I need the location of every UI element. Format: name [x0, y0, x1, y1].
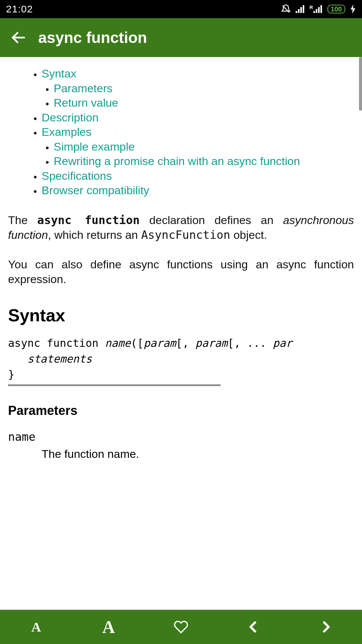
toc-item: Specifications [42, 169, 354, 183]
toc-item: Simple example [54, 140, 354, 154]
toc-link-rewriting-promise[interactable]: Rewriting a promise chain with an async … [54, 155, 300, 167]
svg-rect-7 [320, 5, 322, 13]
param-name-term: name [8, 430, 354, 443]
param-name-desc: The function name. [42, 447, 354, 461]
signal-icon [296, 5, 305, 13]
font-decrease-button[interactable]: A [0, 610, 72, 644]
toc-link-examples[interactable]: Examples [42, 125, 92, 138]
toc-item: Parameters [54, 81, 354, 96]
app-bar: async function [0, 18, 362, 57]
svg-rect-4 [313, 11, 315, 13]
dnd-icon [281, 4, 291, 14]
bottom-toolbar: A A [0, 610, 362, 644]
toc-link-specifications[interactable]: Specifications [42, 169, 112, 182]
code-param: param [195, 337, 228, 350]
svg-rect-0 [296, 11, 297, 13]
code-text: async function [8, 337, 105, 350]
toc-link-return-value[interactable]: Return value [54, 96, 118, 109]
code-text: [, ... [228, 337, 273, 350]
code-text: ([ [131, 337, 144, 350]
heading-syntax: Syntax [8, 305, 354, 325]
intro-paragraph-1: The async function declaration defines a… [8, 213, 354, 242]
status-time: 21:02 [6, 3, 33, 15]
toc-link-parameters[interactable]: Parameters [54, 82, 113, 95]
code-param: name [105, 337, 131, 350]
font-increase-button[interactable]: A [72, 610, 145, 644]
code-indent [8, 353, 27, 365]
a-large-icon: A [102, 617, 115, 637]
svg-rect-2 [300, 7, 302, 13]
heading-parameters: Parameters [8, 404, 354, 418]
prev-button[interactable] [217, 610, 290, 644]
toc-item: Examples Simple example Rewriting a prom… [42, 125, 354, 169]
text: declaration defines an [140, 214, 283, 226]
code-text: [, [176, 337, 195, 350]
content-scroll[interactable]: Syntax Parameters Return value Descripti… [0, 57, 362, 610]
favorite-button[interactable] [145, 610, 217, 644]
toc-link-description[interactable]: Description [42, 111, 99, 124]
text: , which returns an [48, 228, 141, 241]
chevron-left-icon [247, 620, 260, 634]
code-param: param [144, 337, 176, 350]
status-bar: 21:02 R 100 [0, 0, 362, 18]
text: object. [230, 228, 267, 241]
toc-item: Syntax Parameters Return value [42, 66, 354, 110]
next-button[interactable] [290, 610, 362, 644]
text: The [8, 214, 37, 226]
code-inline: AsyncFunction [141, 228, 230, 241]
status-icons: R 100 [281, 4, 356, 14]
svg-rect-3 [303, 5, 304, 13]
code-scroll-indicator[interactable] [8, 384, 221, 386]
table-of-contents: Syntax Parameters Return value Descripti… [29, 66, 354, 198]
svg-rect-5 [316, 9, 317, 13]
toc-item: Description [42, 110, 354, 125]
toc-item: Return value [54, 96, 354, 110]
scrollbar-thumb[interactable] [359, 57, 362, 111]
heart-icon [174, 620, 188, 634]
battery-level: 100 [331, 5, 342, 13]
page-title: async function [38, 29, 147, 47]
a-small-icon: A [32, 619, 41, 635]
code-brace: } [8, 368, 14, 381]
code-syntax: async function name([param[, param[, ...… [8, 335, 223, 382]
battery-icon: 100 [327, 5, 345, 13]
toc-item: Browser compatibility [42, 183, 354, 198]
code-param: par [273, 337, 292, 350]
chevron-right-icon [319, 620, 333, 634]
parameter-list: name The function name. [8, 430, 354, 461]
svg-rect-6 [318, 7, 320, 13]
code-block-wrapper: async function name([param[, param[, ...… [8, 335, 354, 386]
toc-link-simple-example[interactable]: Simple example [54, 140, 135, 153]
intro-paragraph-2: You can also define async functions usin… [8, 257, 354, 286]
bolt-icon [350, 4, 356, 14]
back-button[interactable] [2, 18, 34, 57]
toc-link-browser-compat[interactable]: Browser compatibility [42, 184, 149, 197]
code-keyword: async function [37, 213, 140, 227]
code-statements: statements [27, 353, 92, 365]
arrow-left-icon [10, 30, 26, 46]
toc-item: Rewriting a promise chain with an async … [54, 154, 354, 169]
signal-r-icon: R [310, 5, 323, 13]
toc-link-syntax[interactable]: Syntax [42, 67, 76, 80]
svg-rect-1 [298, 9, 300, 13]
